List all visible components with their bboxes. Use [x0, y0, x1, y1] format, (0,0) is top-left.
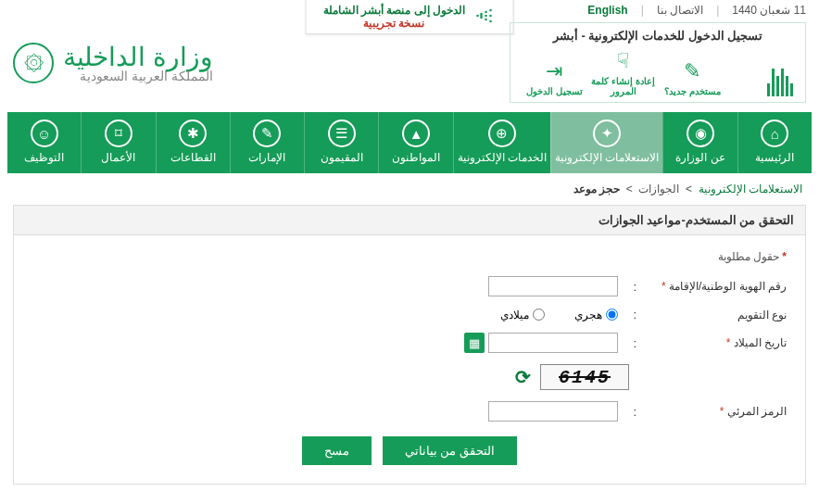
nav-icon: ☰: [328, 120, 356, 147]
nav-icon: ◉: [687, 120, 714, 147]
svg-point-3: [485, 10, 487, 13]
contact-link[interactable]: الاتصال بنا: [657, 4, 703, 17]
nav-item-3[interactable]: ⊕الخدمات الإلكترونية: [453, 112, 550, 173]
dob-input[interactable]: [488, 333, 618, 353]
emblem-icon: ۞: [13, 43, 54, 83]
refresh-captcha-icon[interactable]: ⟳: [515, 366, 531, 388]
main-nav: ⌂الرئيسية◉عن الوزارة✦الاستعلامات الإلكتر…: [7, 112, 812, 173]
nav-icon: ⌂: [761, 120, 788, 147]
breadcrumb: الاستعلامات الإلكترونية > الجوازات > حجز…: [0, 173, 819, 205]
nav-item-2[interactable]: ✦الاستعلامات الإلكترونية: [550, 112, 662, 173]
nav-item-4[interactable]: ▲المواطنون: [378, 112, 452, 173]
absher-title: تسجيل الدخول للخدمات الإلكترونية - أبشر: [520, 29, 796, 43]
required-note: * حقول مطلوبة: [32, 250, 787, 263]
verification-panel: التحقق من المستخدم-مواعيد الجوازات * حقو…: [13, 205, 806, 485]
captcha-input[interactable]: [488, 401, 618, 422]
nav-icon: ✦: [593, 120, 621, 147]
nav-item-0[interactable]: ⌂الرئيسية: [737, 112, 812, 173]
absher-reset-password[interactable]: ☟ إعادة إنشاء كلمة المرور: [589, 48, 659, 96]
ministry-subtitle: المملكة العربية السعودية: [63, 69, 213, 83]
nav-item-9[interactable]: ☺التوظيف: [7, 112, 81, 173]
nav-icon: ✱: [179, 120, 207, 147]
breadcrumb-root[interactable]: الاستعلامات الإلكترونية: [699, 183, 802, 195]
svg-point-0: [489, 8, 492, 11]
gregorian-radio[interactable]: ميلادي: [500, 309, 545, 321]
verify-button[interactable]: التحقق من بياناتي: [383, 436, 517, 465]
touch-icon: ☟: [589, 48, 659, 74]
language-toggle[interactable]: English: [587, 4, 627, 17]
nav-icon: ☺: [31, 120, 58, 147]
login-icon: ⇥: [520, 58, 589, 84]
nav-item-6[interactable]: ✎الإمارات: [230, 112, 304, 173]
calendar-type-label: نوع التقويم: [648, 309, 787, 321]
nav-item-8[interactable]: ⌑الأعمال: [81, 112, 155, 173]
captcha-label: الرمز المرئي *: [648, 405, 787, 418]
absher-login-box: تسجيل الدخول للخدمات الإلكترونية - أبشر …: [510, 22, 806, 103]
nav-item-7[interactable]: ✱القطاعات: [156, 112, 230, 173]
id-label: رقم الهوية الوطنية/الإقامة *: [648, 280, 787, 293]
breadcrumb-current: حجز موعد: [573, 183, 620, 195]
topbar: 11 شعبان 1440 | الاتصال بنا | English: [587, 4, 806, 17]
calendar-icon: ▦: [469, 336, 480, 350]
nav-icon: ⊕: [488, 120, 516, 147]
nav-item-5[interactable]: ☰المقيمون: [304, 112, 378, 173]
nav-icon: ▲: [402, 120, 430, 147]
nav-icon: ✎: [253, 120, 281, 147]
hijri-date: 11 شعبان 1440: [732, 4, 806, 17]
dob-label: تاريخ الميلاد *: [648, 336, 787, 349]
nav-icon: ⌑: [105, 120, 132, 147]
national-id-input[interactable]: [488, 276, 618, 296]
panel-title: التحقق من المستخدم-مواعيد الجوازات: [14, 206, 805, 235]
edit-icon: ✎: [658, 58, 727, 84]
banner-line1: الدخول إلى منصة أبشر الشاملة: [323, 4, 465, 17]
captcha-image: 6145: [540, 364, 629, 390]
clear-button[interactable]: مسح: [302, 436, 372, 465]
breadcrumb-mid[interactable]: الجوازات: [638, 183, 679, 195]
hijri-radio[interactable]: هجري: [574, 309, 618, 321]
nav-item-1[interactable]: ◉عن الوزارة: [662, 112, 737, 173]
ministry-logo: وزارة الداخلية المملكة العربية السعودية …: [13, 42, 213, 83]
calendar-button[interactable]: ▦: [464, 333, 485, 353]
absher-logo: [727, 65, 797, 96]
absher-login[interactable]: ⇥ تسجيل الدخول: [520, 58, 589, 96]
absher-new-user[interactable]: ✎ مستخدم جديد؟: [658, 58, 727, 96]
